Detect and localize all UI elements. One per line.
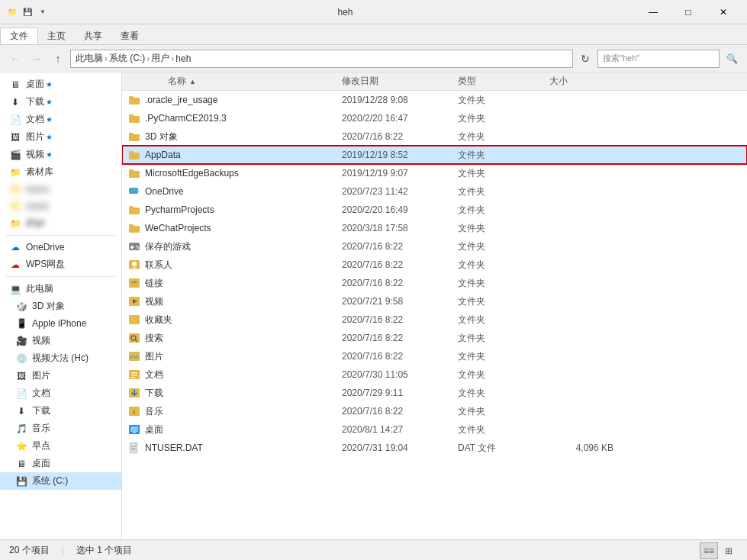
view-tiles-button[interactable]: ⊞	[720, 542, 738, 559]
table-row[interactable]: AppData 2019/12/19 8:52 文件夹	[122, 146, 747, 164]
sidebar-item-videodarsh[interactable]: 💿 视频大法 (Hc)	[0, 349, 121, 367]
sidebar-item-ipl[interactable]: 📁 的ipl	[0, 214, 121, 232]
forward-button[interactable]: →	[27, 50, 46, 68]
sidebar-item-label: 早点	[32, 439, 50, 452]
sidebar-item-pic2[interactable]: 🖼 图片	[0, 367, 121, 385]
back-button[interactable]: ←	[6, 50, 24, 68]
sidebar-item-download[interactable]: ⬇ 下载 ★	[0, 93, 121, 111]
tab-home[interactable]: 主页	[38, 27, 75, 44]
file-icon	[128, 259, 140, 271]
search-icon-button[interactable]: 🔍	[723, 50, 741, 68]
sidebar-item-onedrive[interactable]: ☁ OneDrive	[0, 239, 121, 256]
col-type-header[interactable]: 类型	[458, 75, 549, 88]
sidebar-item-label: 桌面	[32, 457, 50, 470]
tab-view[interactable]: 查看	[111, 27, 148, 44]
sidebar-item-label: 桌面	[26, 78, 44, 91]
col-size-header[interactable]: 大小	[549, 75, 626, 88]
search-box[interactable]: 搜索"heh"	[597, 50, 720, 68]
sidebar-item-wps[interactable]: ☁ WPS网盘	[0, 256, 121, 273]
file-date: 2020/7/16 8:22	[336, 278, 458, 288]
view-details-button[interactable]: ≡≡	[700, 542, 718, 559]
file-icon	[128, 112, 140, 124]
svg-rect-21	[131, 377, 135, 378]
table-row[interactable]: .oracle_jre_usage 2019/12/28 9:08 文件夹	[122, 91, 747, 109]
file-size: 4,096 KB	[549, 443, 626, 453]
table-row[interactable]: 图片 2020/7/16 8:22 文件夹	[122, 347, 747, 365]
file-type: 文件夹	[458, 149, 549, 162]
address-path[interactable]: 此电脑 › 系统 (C:) › 用户 › heh	[70, 50, 573, 68]
sidebar-item-music[interactable]: 🎵 音乐	[0, 420, 121, 437]
close-button[interactable]: ✕	[706, 0, 741, 24]
table-row[interactable]: 收藏夹 2020/7/16 8:22 文件夹	[122, 311, 747, 329]
tab-file[interactable]: 文件	[0, 27, 38, 44]
table-row[interactable]: 联系人 2020/7/16 8:22 文件夹	[122, 256, 747, 274]
table-row[interactable]: PycharmProjects 2020/2/20 16:49 文件夹	[122, 201, 747, 219]
file-name: WeChatProjects	[145, 223, 211, 233]
table-row[interactable]: 下载 2020/7/29 9:11 文件夹	[122, 384, 747, 402]
table-row[interactable]: 搜索 2020/7/16 8:22 文件夹	[122, 329, 747, 347]
sidebar-item-label: 视频	[32, 334, 50, 347]
sidebar-item-pictures[interactable]: 🖼 图片 ★	[0, 128, 121, 146]
cloud-icon: ☁	[9, 241, 21, 253]
table-row[interactable]: .PyCharmCE2019.3 2020/2/20 16:47 文件夹	[122, 109, 747, 127]
sidebar-item-doc2[interactable]: 📄 文档	[0, 385, 121, 402]
file-name: 收藏夹	[145, 314, 172, 327]
sidebar-item-desktop2[interactable]: 🖥 桌面	[0, 455, 121, 472]
file-date: 2020/7/30 11:05	[336, 369, 458, 380]
sidebar-item-cdrive[interactable]: 💾 系统 (C:)	[0, 472, 121, 490]
table-row[interactable]: 3D 对象 2020/7/16 8:22 文件夹	[122, 127, 747, 146]
file-date: 2020/7/23 11:42	[336, 186, 458, 197]
table-row[interactable]: ♪ 音乐 2020/7/16 8:22 文件夹	[122, 402, 747, 420]
col-date-header[interactable]: 修改日期	[336, 75, 458, 88]
file-icon	[128, 369, 140, 381]
folder-icon: 📁	[9, 166, 21, 179]
sidebar-item-blurred1[interactable]: 📁 xxxxx	[0, 181, 121, 198]
table-row[interactable]: 链接 2020/7/16 8:22 文件夹	[122, 274, 747, 292]
file-type: 文件夹	[458, 94, 549, 107]
sidebar-item-material[interactable]: 📁 素材库	[0, 163, 121, 181]
file-date: 2019/12/28 9:08	[336, 95, 458, 105]
file-date: 2020/7/16 8:22	[336, 241, 458, 252]
file-icon	[128, 130, 140, 143]
sidebar-item-video2[interactable]: 🎥 视频	[0, 332, 121, 349]
minimize-button[interactable]: —	[636, 0, 671, 24]
file-icon	[128, 240, 140, 253]
tab-share[interactable]: 共享	[75, 27, 111, 44]
sidebar-item-blurred2[interactable]: 📁 xxxxx	[0, 198, 121, 214]
file-name-cell: .oracle_jre_usage	[122, 94, 336, 106]
file-name: .oracle_jre_usage	[145, 95, 217, 105]
maximize-button[interactable]: □	[671, 0, 706, 24]
file-icon	[128, 94, 140, 106]
table-row[interactable]: 保存的游戏 2020/7/16 8:22 文件夹	[122, 237, 747, 256]
refresh-button[interactable]: ↻	[576, 50, 594, 68]
file-name: 视频	[145, 295, 163, 308]
sidebar-item-zaodian[interactable]: ⭐ 早点	[0, 437, 121, 455]
svg-rect-27	[133, 432, 136, 433]
table-row[interactable]: 桌面 2020/8/1 14:27 文件夹	[122, 420, 747, 439]
file-type: DAT 文件	[458, 442, 549, 455]
title-bar-controls: — □ ✕	[636, 0, 741, 24]
sidebar-item-iphone[interactable]: 📱 Apple iPhone	[0, 315, 121, 332]
table-row[interactable]: MicrosoftEdgeBackups 2019/12/19 9:07 文件夹	[122, 164, 747, 182]
sidebar-item-dl2[interactable]: ⬇ 下载	[0, 402, 121, 420]
file-name: 桌面	[145, 423, 163, 436]
table-row[interactable]: 视频 2020/7/21 9:58 文件夹	[122, 292, 747, 311]
file-icon	[128, 149, 140, 161]
path-computer: 此电脑	[76, 52, 103, 65]
file-type: 文件夹	[458, 332, 549, 345]
table-row[interactable]: OneDrive 2020/7/23 11:42 文件夹	[122, 182, 747, 201]
sidebar-item-videos[interactable]: 🎬 视频 ★	[0, 146, 121, 163]
col-name-header[interactable]: 名称 ▲	[122, 75, 336, 88]
table-row[interactable]: 文档 2020/7/30 11:05 文件夹	[122, 365, 747, 384]
sidebar-item-documents[interactable]: 📄 文档 ★	[0, 111, 121, 128]
file-name: .PyCharmCE2019.3	[145, 113, 227, 124]
sidebar-item-label: 视频大法 (Hc)	[32, 352, 89, 365]
up-button[interactable]: ↑	[49, 50, 67, 68]
table-row[interactable]: NTUSER.DAT 2020/7/31 19:04 DAT 文件 4,096 …	[122, 439, 747, 457]
table-row[interactable]: WeChatProjects 2020/3/18 17:58 文件夹	[122, 219, 747, 237]
file-name-cell: NTUSER.DAT	[122, 442, 336, 454]
sidebar-item-3d[interactable]: 🎲 3D 对象	[0, 298, 121, 315]
sidebar-item-label: Apple iPhone	[32, 318, 86, 329]
sidebar-item-desktop[interactable]: 🖥 桌面 ★	[0, 76, 121, 93]
sidebar-item-thispc[interactable]: 💻 此电脑	[0, 280, 121, 298]
